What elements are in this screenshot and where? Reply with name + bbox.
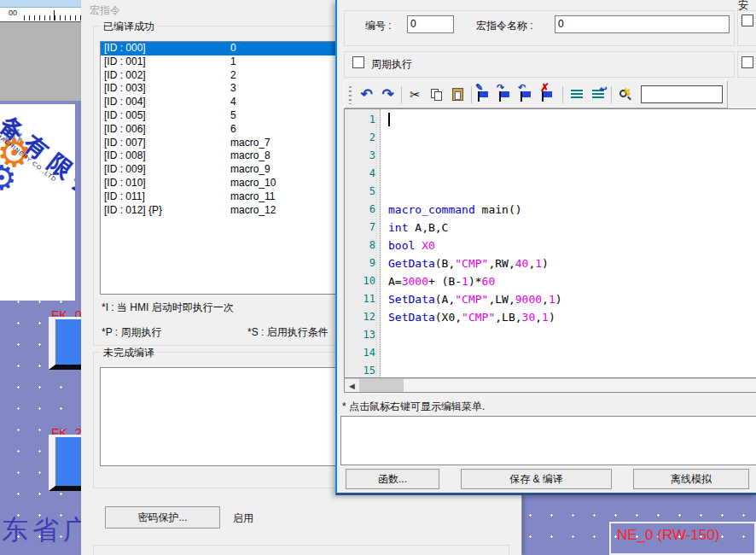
paste-icon: [452, 88, 463, 101]
macro-id-input[interactable]: 0: [407, 15, 454, 33]
toolbar-separator: [562, 86, 563, 103]
undo-icon: ↶: [360, 85, 372, 103]
code-line[interactable]: GetData(B,"CMP",RW,40,1): [388, 254, 756, 272]
macro-name-label: 宏指令名称 :: [476, 19, 533, 33]
compiled-group-label: 已编译成功: [101, 20, 157, 34]
macro-id-label: 编号 :: [365, 19, 392, 33]
toggle-bookmark-button[interactable]: ✎: [474, 85, 496, 105]
clear-bookmarks-button[interactable]: ✗: [538, 85, 560, 105]
ruler-major-tick: [54, 10, 55, 20]
macro-name-input[interactable]: 0: [555, 15, 730, 33]
code-line[interactable]: bool X0: [388, 237, 756, 254]
scrollbar-thumb[interactable]: [359, 379, 404, 392]
text-caret: [388, 113, 390, 126]
redo-icon: ↷: [381, 85, 393, 103]
ruler-origin-label: 00: [9, 9, 17, 17]
uncompiled-group-label: 未完成编译: [101, 346, 157, 360]
fk0-widget[interactable]: [49, 317, 81, 370]
right-checkbox-cut[interactable]: [741, 56, 753, 68]
code-line[interactable]: [388, 362, 756, 378]
macro-editor-dialog: 编号 : 0 宏指令名称 : 0 安 周期执行 ↶ ↷ ✂ ✎ ↷ ↶ ✗: [335, 0, 756, 495]
horizontal-ruler: 00: [0, 8, 81, 22]
cut-button[interactable]: ✂: [404, 85, 426, 105]
toolbar-separator: [611, 86, 612, 103]
red-x-icon: ✗: [540, 81, 550, 94]
next-arrow-icon: ↷: [497, 82, 504, 93]
fk2-widget[interactable]: [49, 435, 81, 491]
periodic-label: 周期执行: [371, 57, 412, 72]
cut-icon: ✂: [410, 87, 421, 102]
paste-button[interactable]: [447, 85, 468, 105]
gear-icon: ⚙: [0, 161, 17, 195]
code-line[interactable]: int A,B,C: [388, 219, 756, 237]
pen-icon: ✎: [475, 82, 483, 93]
code-line[interactable]: [388, 183, 756, 201]
editor-toolbar: ↶ ↷ ✂ ✎ ↷ ↶ ✗ ↯: [344, 80, 728, 108]
uncomment-lines-icon: [592, 90, 604, 100]
toolbar-separator: [471, 86, 472, 103]
app-toolbar-strip: [0, 0, 81, 8]
ne0-label: NE_0 (RW-150): [617, 527, 719, 544]
comment-lines-icon: [571, 90, 583, 100]
save-compile-button[interactable]: 保存 & 编译: [461, 469, 612, 489]
find-input[interactable]: [641, 85, 723, 103]
next-bookmark-button[interactable]: ↷: [496, 85, 517, 105]
undo-button[interactable]: ↶: [356, 85, 377, 105]
password-protect-button[interactable]: 密码保护...: [105, 506, 220, 529]
ruler-ticks: [24, 15, 81, 20]
find-replace-icon: ↯: [619, 88, 632, 102]
redo-button[interactable]: ↷: [377, 85, 398, 105]
macro-code-editor[interactable]: 123456789101112131415 macro_command main…: [344, 108, 756, 378]
editor-gutter: 123456789101112131415: [345, 109, 381, 377]
code-line[interactable]: [388, 165, 756, 183]
compile-message-box[interactable]: [340, 416, 756, 465]
hmi-editor-screen: 00 ⚙ ⚙ ⚙ TION MACHINERY CO.,LTD 设备有限公司 F…: [0, 0, 756, 555]
copy-icon: [431, 89, 442, 101]
dialog-title: 宏指令: [90, 3, 120, 18]
note-condition: *S : 启用执行条件: [247, 325, 329, 340]
function-button[interactable]: 函数...: [346, 469, 439, 489]
editor-code[interactable]: macro_command main()int A,B,Cbool X0GetD…: [381, 109, 756, 377]
ne0-numeric-element[interactable]: NE_0 (RW-150): [609, 522, 756, 555]
prev-bookmark-button[interactable]: ↶: [517, 85, 538, 105]
note-periodic: *P : 周期执行: [102, 325, 161, 340]
right-click-hint: * 点击鼠标右键可显示编辑菜单.: [342, 400, 485, 414]
copy-button[interactable]: [426, 85, 447, 105]
workspace-margin: [0, 22, 81, 101]
comment-block-button[interactable]: [566, 85, 587, 105]
toolbar-separator: [401, 86, 402, 103]
code-line[interactable]: SetData(X0,"CMP",LB,30,1): [388, 308, 756, 326]
toolbar-grip[interactable]: [347, 85, 353, 104]
prev-arrow-icon: ↶: [518, 82, 526, 93]
bottom-group-cut: [93, 545, 509, 555]
scroll-left-arrow-icon[interactable]: ◄: [345, 379, 359, 392]
password-status-label: 启用: [233, 511, 253, 526]
uncomment-block-button[interactable]: [587, 85, 608, 105]
periodic-checkbox[interactable]: [352, 56, 364, 68]
code-line[interactable]: SetData(A,"CMP",LW,9000,1): [388, 290, 756, 308]
code-line[interactable]: [388, 344, 756, 362]
code-line[interactable]: macro_command main(): [388, 201, 756, 219]
offline-simulation-button[interactable]: 离线模拟: [633, 469, 749, 489]
editor-horizontal-scrollbar[interactable]: ◄: [344, 378, 756, 393]
code-line[interactable]: A=3000+ (B-1)*60: [388, 272, 756, 290]
find-replace-button[interactable]: ↯: [614, 85, 636, 105]
code-line[interactable]: [388, 326, 756, 344]
company-logo-image[interactable]: ⚙ ⚙ ⚙ TION MACHINERY CO.,LTD 设备有限公司: [0, 104, 75, 301]
security-checkbox[interactable]: [741, 15, 753, 26]
note-startup: *I : 当 HMI 启动时即执行一次: [102, 301, 234, 315]
